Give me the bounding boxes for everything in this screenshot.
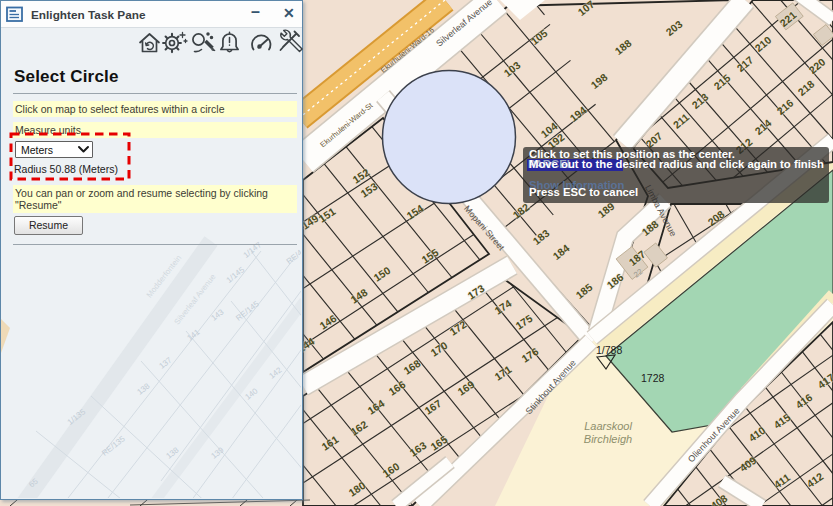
svg-text:Laarskool: Laarskool [584, 420, 632, 432]
svg-text:1/147: 1/147 [242, 240, 264, 260]
svg-text:142: 142 [267, 365, 283, 381]
svg-text:Birchleigh: Birchleigh [584, 433, 632, 445]
svg-text:1/788: 1/788 [596, 344, 622, 356]
svg-text:1/145: 1/145 [225, 265, 247, 285]
svg-text:139: 139 [209, 445, 225, 461]
svg-text:1728: 1728 [641, 372, 665, 384]
svg-text:143: 143 [209, 307, 225, 323]
svg-text:RE/135: RE/135 [100, 434, 127, 458]
svg-text:RE/4: RE/4 [285, 248, 301, 266]
svg-text:RE/145: RE/145 [234, 299, 261, 323]
svg-text:137: 137 [157, 355, 173, 371]
svg-text:138: 138 [164, 445, 180, 461]
svg-text:140: 140 [243, 386, 259, 402]
